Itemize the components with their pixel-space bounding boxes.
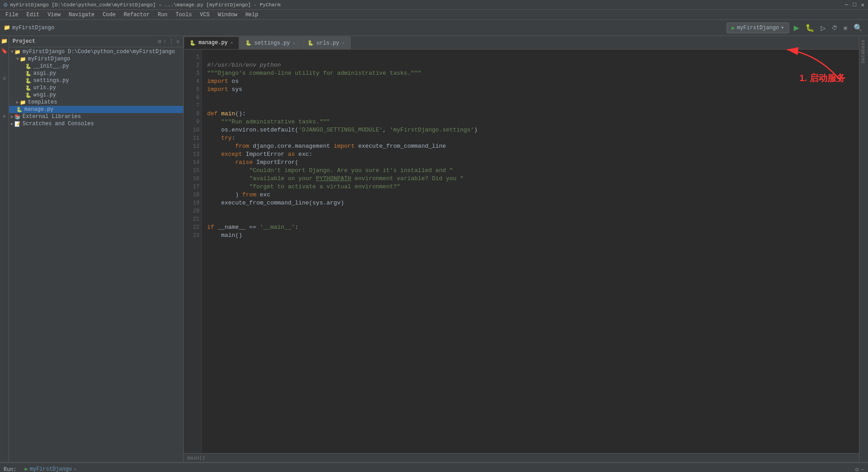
minimize-btn[interactable]: — bbox=[845, 1, 849, 9]
tree-label-init: __init__.py bbox=[33, 63, 69, 69]
line-num-18: 18 bbox=[185, 191, 199, 199]
settings-icon[interactable]: ⚙ bbox=[855, 466, 859, 472]
search-everywhere[interactable]: 🔍 bbox=[852, 23, 864, 33]
line-numbers: 1 2 3 4 5 6 7 8 9 10 11 12 13 14 15 16 1… bbox=[184, 50, 202, 453]
title-text: myFirstDjango [D:\Code\python_code\myFir… bbox=[10, 2, 280, 8]
close-btn[interactable]: ✕ bbox=[861, 1, 864, 9]
menu-item-edit[interactable]: Edit bbox=[23, 11, 43, 19]
project-icon[interactable]: 📁 bbox=[0, 38, 9, 46]
tree-label-asgi: asgi.py bbox=[33, 70, 56, 77]
run-with-coverage[interactable]: ▷ bbox=[819, 23, 827, 32]
line-num-15: 15 bbox=[185, 167, 199, 175]
ext-libs-icon: 📚 bbox=[14, 114, 21, 120]
line-num-11: 11 bbox=[185, 134, 199, 142]
expand-arrow: ▼ bbox=[16, 57, 19, 62]
gear-icon[interactable]: ⚙ bbox=[158, 38, 162, 45]
line-num-16: 16 bbox=[185, 175, 199, 183]
tree-item-templates[interactable]: ▶ 📁 templates bbox=[9, 99, 183, 106]
tree-label-scratches: Scratches and Consoles bbox=[23, 121, 94, 127]
toolbar: 📁 myFirstDjango ▶ myFirstDjango ▾ ▶ 🐛 ▷ … bbox=[0, 20, 868, 36]
maximize-btn[interactable]: □ bbox=[853, 1, 856, 9]
stop-button[interactable]: ■ bbox=[842, 23, 849, 32]
app-icon: ⚙ bbox=[4, 1, 7, 9]
annotation-container: 1. 启动服务 bbox=[800, 72, 845, 84]
tab-close-manage[interactable]: ✕ bbox=[231, 40, 233, 45]
toolbar-right: ▶ myFirstDjango ▾ ▶ 🐛 ▷ ⏱ ■ 🔍 bbox=[727, 23, 864, 33]
tree-label-settings: settings.py bbox=[33, 77, 69, 84]
tab-icon-settings: 🐍 bbox=[245, 40, 252, 46]
tree-item-myfirstdjango[interactable]: ▼ 📁 myFirstDjango bbox=[9, 55, 183, 63]
run-button[interactable]: ▶ bbox=[792, 23, 801, 33]
project-header-label: Project bbox=[13, 38, 35, 45]
tree-item-scratches[interactable]: ▶ 📝 Scratches and Consoles bbox=[9, 120, 183, 127]
menu-item-navigate[interactable]: Navigate bbox=[65, 11, 98, 19]
database-tab[interactable]: Database bbox=[859, 36, 867, 67]
tree-item-ext-libs[interactable]: ▶ 📚 External Libraries bbox=[9, 113, 183, 120]
menu-item-refactor[interactable]: Refactor bbox=[120, 11, 154, 19]
minimize-panel-icon[interactable]: — bbox=[861, 466, 864, 472]
profile-button[interactable]: ⏱ bbox=[830, 24, 839, 32]
title-bar-left: ⚙ myFirstDjango [D:\Code\python_code\myF… bbox=[4, 1, 280, 9]
window-controls: — □ ✕ bbox=[845, 1, 864, 9]
file-tree: ▼ 📁 myFirstDjango D:\Code\python_code\my… bbox=[9, 47, 183, 462]
line-num-14: 14 bbox=[185, 159, 199, 167]
project-folder-icon: 📁 bbox=[14, 49, 21, 55]
line-num-12: 12 bbox=[185, 142, 199, 150]
bookmark-icon[interactable]: 🔖 bbox=[0, 48, 9, 56]
debug-button[interactable]: 🐛 bbox=[804, 23, 816, 33]
py-file-icon: 🐍 bbox=[25, 85, 32, 91]
tree-item-settings[interactable]: 🐍 settings.py bbox=[9, 77, 183, 84]
line-num-19: 19 bbox=[185, 199, 199, 207]
project-label: myFirstDjango bbox=[12, 25, 54, 31]
line-num-5: 5 bbox=[185, 86, 199, 94]
annotation-arrow-svg bbox=[751, 45, 850, 86]
menu-bar: FileEditViewNavigateCodeRefactorRunTools… bbox=[0, 10, 868, 20]
line-num-6: 6 bbox=[185, 94, 199, 102]
tab-settings-py[interactable]: 🐍 settings.py ✕ bbox=[240, 36, 301, 49]
favorites-icon[interactable]: ★ bbox=[0, 113, 9, 121]
py-file-icon: 🐍 bbox=[25, 92, 32, 98]
tab-manage-py[interactable]: 🐍 manage.py ✕ bbox=[184, 36, 239, 49]
menu-item-window[interactable]: Window bbox=[214, 11, 241, 19]
settings-icon[interactable]: ⋮ bbox=[168, 38, 174, 45]
line-num-8: 8 bbox=[185, 110, 199, 118]
tab-icon-urls: 🐍 bbox=[307, 40, 314, 46]
tab-icon-manage: 🐍 bbox=[190, 40, 196, 46]
close-panel-icon[interactable]: ✕ bbox=[176, 38, 180, 45]
structure-icon[interactable]: ≡ bbox=[0, 76, 9, 84]
menu-item-code[interactable]: Code bbox=[99, 11, 119, 19]
tree-item-init[interactable]: 🐍 __init__.py bbox=[9, 63, 183, 70]
tab-urls-py[interactable]: 🐍 urls.py ✕ bbox=[302, 36, 350, 49]
line-num-22: 22 bbox=[185, 223, 199, 231]
editor-statusline: main() bbox=[184, 453, 859, 462]
tree-item-root[interactable]: ▼ 📁 myFirstDjango D:\Code\python_code\my… bbox=[9, 48, 183, 55]
run-config-label: myFirstDjango bbox=[737, 25, 779, 31]
tree-label-wsgi: wsgi.py bbox=[33, 92, 56, 98]
sync-icon[interactable]: ↕ bbox=[163, 38, 167, 45]
line-num-3: 3 bbox=[185, 69, 199, 77]
run-config-dropdown[interactable]: ▶ myFirstDjango ▾ bbox=[727, 23, 789, 33]
run-tab-icon: ▶ bbox=[25, 466, 28, 472]
menu-item-run[interactable]: Run bbox=[154, 11, 171, 19]
menu-item-file[interactable]: File bbox=[2, 11, 22, 19]
left-icon-strip: 📁 🔖 ≡ ★ bbox=[0, 36, 9, 462]
project-panel-header: Project ⚙ ↕ ⋮ ✕ bbox=[9, 36, 183, 47]
menu-item-view[interactable]: View bbox=[44, 11, 64, 19]
menu-item-vcs[interactable]: VCS bbox=[196, 11, 213, 19]
tree-item-asgi[interactable]: 🐍 asgi.py bbox=[9, 70, 183, 77]
line-num-1: 1 bbox=[185, 53, 199, 61]
menu-item-tools[interactable]: Tools bbox=[172, 11, 195, 19]
run-label: Run: bbox=[4, 467, 17, 472]
run-tab-close[interactable]: ✕ bbox=[74, 467, 77, 472]
tab-close-urls[interactable]: ✕ bbox=[342, 41, 345, 46]
project-panel: Project ⚙ ↕ ⋮ ✕ ▼ 📁 myFirstDjango D:\Cod… bbox=[9, 36, 184, 462]
tree-item-manage[interactable]: 🐍 manage.py bbox=[9, 106, 183, 113]
tab-close-settings[interactable]: ✕ bbox=[293, 41, 295, 46]
run-tab-myfirstdjango[interactable]: ▶ myFirstDjango ✕ bbox=[20, 464, 81, 472]
project-folder-btn[interactable]: 📁 myFirstDjango bbox=[4, 24, 54, 31]
menu-item-help[interactable]: Help bbox=[242, 11, 262, 19]
tree-item-wsgi[interactable]: 🐍 wsgi.py bbox=[9, 91, 183, 99]
code-content[interactable]: #!/usr/bin/env python """Django's comman… bbox=[202, 50, 859, 453]
tree-item-urls[interactable]: 🐍 urls.py bbox=[9, 84, 183, 91]
editor-main-content[interactable]: #!/usr/bin/env python """Django's comman… bbox=[202, 50, 859, 453]
